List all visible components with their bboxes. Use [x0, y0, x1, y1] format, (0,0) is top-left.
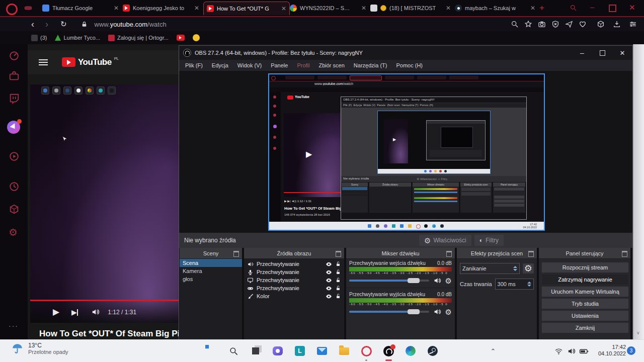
filters-button[interactable]: ◐Filtry	[474, 235, 504, 246]
settings-gear-icon[interactable]: ⚙	[9, 226, 20, 237]
opera-browser-icon[interactable]	[359, 344, 373, 358]
reload-button[interactable]: ↻	[60, 20, 67, 29]
search-icon[interactable]	[226, 344, 240, 358]
video-popout-icon[interactable]	[9, 151, 20, 162]
menu-zbior-scen[interactable]: Zbiór scen	[318, 62, 344, 68]
window-edge-scrollbar[interactable]: ∨	[633, 44, 644, 339]
source-item[interactable]: Przechwytywanie	[244, 260, 344, 268]
volume-slider[interactable]	[349, 280, 429, 282]
clock-app-icon[interactable]: L	[293, 344, 307, 358]
menu-pomoc[interactable]: Pomoc (H)	[396, 62, 423, 68]
channel-settings-gear-icon[interactable]: ⚙	[445, 308, 452, 316]
window-restore-button[interactable]	[609, 5, 616, 12]
tab-close-icon[interactable]: ✕	[281, 5, 286, 12]
new-tab-button[interactable]: +	[539, 3, 544, 13]
scene-item[interactable]: Scena	[180, 259, 242, 267]
tab-close-icon[interactable]: ✕	[194, 5, 199, 12]
obs-title-bar[interactable]: OBS 27.2.4 (64-bit, windows) - Profile: …	[179, 46, 632, 60]
virtual-camera-button[interactable]: Uruchom Kamerę Wirtualną	[541, 286, 629, 297]
teams-chat-icon[interactable]	[271, 344, 285, 358]
sidebar-more-icon[interactable]: ···	[9, 322, 20, 333]
visibility-eye-icon[interactable]	[326, 293, 332, 300]
site-security-lock-icon[interactable]	[81, 21, 88, 28]
studio-mode-button[interactable]: Tryb studia	[541, 298, 629, 309]
visibility-eye-icon[interactable]	[326, 285, 332, 292]
popout-icon[interactable]	[622, 251, 627, 257]
edge-browser-icon[interactable]	[404, 344, 418, 358]
lock-icon[interactable]	[335, 293, 341, 299]
scene-item[interactable]: Kamera	[180, 267, 242, 275]
downloads-icon[interactable]	[613, 20, 621, 28]
bookmark-roblox[interactable]: (3)	[31, 35, 47, 41]
gx-home-icon[interactable]	[9, 50, 20, 61]
source-item[interactable]: Przechwytywanie	[244, 284, 344, 292]
tab-wyns2022id[interactable]: WYNS2022ID – Szuk ✕	[287, 2, 369, 15]
popout-icon[interactable]	[233, 251, 239, 257]
page-zoom-icon[interactable]	[511, 20, 519, 28]
favorites-heart-icon[interactable]	[579, 20, 587, 28]
url-text[interactable]: www.youtube.com/watch	[95, 21, 167, 28]
tab-maybach[interactable]: maybach – Szukaj w ✕	[452, 2, 538, 15]
visibility-eye-icon[interactable]	[326, 269, 332, 276]
tab-search-icon[interactable]	[570, 4, 577, 12]
twitch-icon[interactable]	[9, 93, 20, 104]
popout-icon[interactable]	[336, 251, 341, 257]
opera-logo-icon[interactable]	[6, 4, 18, 15]
send-to-device-icon[interactable]	[565, 20, 573, 28]
lock-icon[interactable]	[335, 285, 341, 291]
tab-close-icon[interactable]: ✕	[361, 5, 366, 12]
obs-studio-icon[interactable]	[381, 344, 395, 358]
menu-plik[interactable]: Plik (F)	[185, 62, 203, 68]
obs-minimize-button[interactable]: –	[572, 49, 592, 57]
extensions-cube-icon[interactable]	[9, 204, 20, 215]
back-button[interactable]: ‹	[31, 19, 34, 30]
forward-button[interactable]: ›	[45, 19, 48, 30]
lock-icon[interactable]	[335, 277, 341, 283]
file-explorer-icon[interactable]	[337, 344, 351, 358]
next-button[interactable]: ▶	[71, 308, 78, 316]
lock-icon[interactable]	[335, 261, 341, 267]
visibility-eye-icon[interactable]	[326, 277, 332, 284]
transition-select[interactable]: Zanikanie	[460, 263, 520, 274]
obs-maximize-button[interactable]	[592, 50, 612, 56]
settings-button[interactable]: Ustawienia	[541, 310, 629, 321]
bookmark-ortograf[interactable]: Zaloguj się | Ortogr...	[108, 35, 169, 41]
source-item[interactable]: Przechwytywanie	[244, 268, 344, 276]
properties-button[interactable]: ⚙Właściwości	[419, 235, 471, 246]
source-item[interactable]: Przechwytywanie	[244, 276, 344, 284]
easy-setup-sliders-icon[interactable]	[629, 20, 637, 28]
tab-mistrzost[interactable]: (18) [ MISTRZOST ✕	[367, 2, 454, 15]
tab-close-icon[interactable]: ✕	[114, 5, 119, 12]
tab-close-icon[interactable]: ✕	[446, 5, 451, 12]
video-player[interactable]: ▶ ▶ 1:12 / 1:31	[30, 84, 182, 323]
exit-button[interactable]: Zamknij	[541, 322, 629, 333]
steam-icon[interactable]	[426, 344, 440, 358]
gx-corner-icon[interactable]	[23, 4, 33, 13]
bookmark-smiley[interactable]	[193, 34, 200, 41]
window-minimize-button[interactable]: –	[590, 3, 594, 11]
menu-edycja[interactable]: Edycja	[212, 62, 228, 68]
play-button[interactable]: ▶	[53, 307, 59, 317]
scene-item[interactable]: głos	[180, 275, 242, 283]
transition-settings-gear-icon[interactable]: ⚙	[523, 263, 534, 274]
battery-icon[interactable]	[577, 344, 591, 358]
volume-icon[interactable]	[91, 308, 100, 316]
snapshot-camera-icon[interactable]	[538, 20, 546, 28]
youtube-logo[interactable]: YouTube PL	[62, 57, 119, 67]
window-close-button[interactable]: ✕	[629, 3, 635, 12]
source-item[interactable]: Kolor	[244, 292, 344, 300]
mute-speaker-icon[interactable]	[433, 308, 441, 316]
bookmark-lumber-tycoon[interactable]: Lumber Tyco...	[55, 35, 100, 41]
task-view-icon[interactable]	[249, 344, 263, 358]
tab-koenigsegg[interactable]: Koenigsegg Jesko to ✕	[120, 2, 202, 15]
adblock-shield-icon[interactable]	[551, 20, 559, 28]
volume-slider[interactable]	[349, 311, 429, 313]
channel-settings-gear-icon[interactable]: ⚙	[445, 277, 452, 285]
mail-app-icon[interactable]	[315, 344, 329, 358]
duration-spinbox[interactable]: 300 ms	[495, 279, 534, 290]
wifi-icon[interactable]	[551, 344, 566, 358]
tab-tlumacz-google[interactable]: Tłumacz Google ✕	[39, 2, 122, 15]
volume-icon[interactable]	[564, 344, 578, 358]
start-stream-button[interactable]: Rozpocznij stream	[541, 262, 629, 273]
popout-icon[interactable]	[528, 251, 534, 257]
